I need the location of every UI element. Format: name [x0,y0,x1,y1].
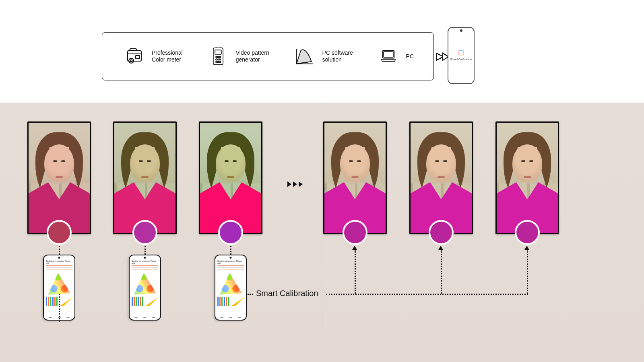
svg-point-6 [216,56,217,58]
connector [230,246,231,255]
triangle-icon [60,297,73,306]
svg-point-8 [219,56,220,58]
calibration-phone-2: Sending is in progress. Please wait. cur… [129,255,161,321]
smart-calibration-label: Smart Calibration [256,289,318,298]
svg-point-13 [217,61,219,62]
display-before-1 [27,121,91,234]
connector [527,249,528,294]
color-swatch-before-1 [47,220,72,245]
phone-camera-icon [460,29,462,32]
svg-point-7 [217,56,219,58]
equip-item-pc-software: PC software solution [293,44,353,68]
svg-point-9 [216,59,217,60]
phone-warning: current screen tier Mobile terminal Reco… [132,269,158,271]
phone-heading: Sending is in progress. Please wait. [46,260,72,264]
replaces-arrow-icon [436,51,449,64]
transition-arrows-icon [287,181,303,187]
svg-point-11 [219,59,220,60]
arrow-up-icon [524,246,529,250]
display-before-2 [113,121,177,234]
connector [144,246,146,255]
gamut-chart-icon [217,272,244,296]
phone-heading: Sending is in progress. Please wait. [217,260,244,264]
laptop-icon [376,44,400,68]
pattern-gen-icon [206,44,230,68]
phone-app-label: Smart Calibration [450,58,472,61]
color-swatch-after-3 [515,220,540,245]
svg-rect-3 [136,56,140,59]
bars-icon [46,297,59,306]
equip-label: Video pattern generator [236,49,269,63]
equipment-replacement-panel: Professional Color meter Video pattern g… [0,0,644,103]
color-swatch-after-1 [343,220,367,245]
color-swatch-after-2 [429,220,454,245]
phone-warning: current screen tier Mobile terminal Reco… [46,269,72,271]
phone-camera-icon [144,257,146,259]
phone-heading: Sending is in progress. Please wait. [132,260,158,264]
equip-item-color-meter: Professional Color meter [122,44,183,68]
svg-rect-5 [215,50,221,54]
color-swatch-before-3 [218,220,243,245]
connector [441,249,442,294]
color-meter-icon [122,44,146,68]
svg-rect-16 [384,51,393,57]
display-after-2 [409,121,473,234]
connector [59,246,60,255]
equip-label: Professional Color meter [152,49,183,63]
calibration-phone-3: Sending is in progress. Please wait. cur… [215,255,247,321]
arrow-up-icon [352,246,357,250]
equip-label: PC [406,53,414,60]
equip-item-pc: PC [376,44,414,68]
display-after-3 [495,121,559,234]
color-swatch-before-2 [132,220,157,245]
svg-point-10 [217,59,219,60]
pc-software-icon [293,44,317,68]
display-before-3 [199,121,262,234]
arrow-up-icon [438,246,443,250]
phone-camera-icon [230,257,232,259]
display-after-1 [323,121,387,234]
connector [59,294,60,322]
connector [248,294,253,295]
svg-point-12 [216,61,217,62]
gamut-chart-icon [46,272,72,296]
phone-warning: current screen tier Mobile terminal Reco… [217,269,244,271]
equip-item-pattern-gen: Video pattern generator [206,44,269,68]
equip-label: PC software solution [322,49,353,63]
calibration-comparison: Sending is in progress. Please wait. cur… [0,103,644,362]
gamut-chart-icon [132,272,158,296]
phone-camera-icon [58,257,60,259]
connector [326,294,528,295]
connector [355,249,356,294]
legacy-equipment-box: Professional Color meter Video pattern g… [102,32,434,80]
svg-point-14 [219,61,220,62]
smart-calibration-phone: Smart Calibration [448,27,475,84]
smart-calibration-app-icon [458,50,464,56]
